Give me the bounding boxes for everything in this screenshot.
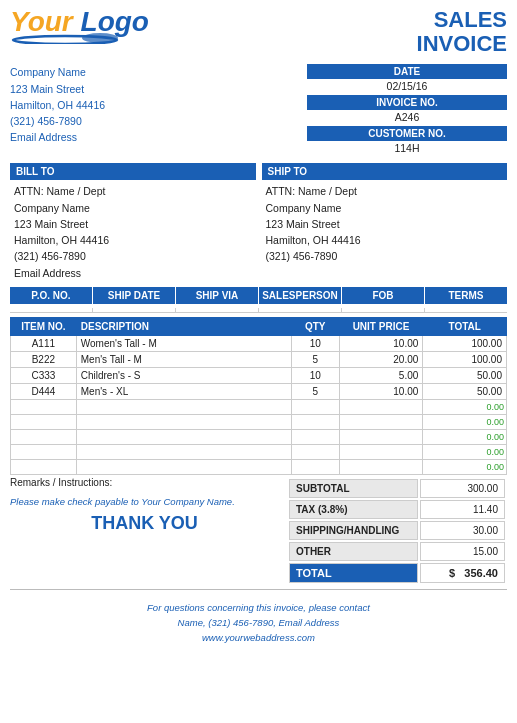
ship-to-line3: 123 Main Street: [266, 216, 508, 232]
invoice-title-line1: SALES: [417, 8, 507, 32]
item-total: 50.00: [423, 383, 507, 399]
totals-table: SUBTOTAL 300.00 TAX (3.8%) 11.40 SHIPPIN…: [287, 477, 507, 585]
empty-item: [11, 459, 77, 474]
bill-to-header: BILL TO: [10, 163, 256, 180]
other-row: OTHER 15.00: [289, 542, 505, 561]
item-desc: Men's Tall - M: [76, 351, 291, 367]
subtotal-label: SUBTOTAL: [289, 479, 418, 498]
item-qty: 5: [291, 383, 339, 399]
item-no: B222: [11, 351, 77, 367]
tax-label: TAX (3.8%): [289, 500, 418, 519]
item-total: 100.00: [423, 351, 507, 367]
customer-no-meta: CUSTOMER NO. 114H: [307, 126, 507, 155]
ship-via-header: SHIP VIA: [176, 287, 259, 304]
tax-value: 11.40: [420, 500, 505, 519]
subtotal-row: SUBTOTAL 300.00: [289, 479, 505, 498]
empty-item: [11, 444, 77, 459]
empty-qty: [291, 459, 339, 474]
sender-phone: (321) 456-7890: [10, 113, 307, 129]
bill-to-line2: Company Name: [14, 200, 256, 216]
empty-row: 0.00: [11, 414, 507, 429]
total-value: $ 356.40: [420, 563, 505, 583]
invoice-title: SALES INVOICE: [417, 8, 507, 56]
total-currency: $: [449, 567, 455, 579]
top-section: Company Name 123 Main Street Hamilton, O…: [10, 64, 507, 157]
date-label: DATE: [307, 64, 507, 79]
check-payable: Please make check payable to Your Compan…: [10, 496, 279, 507]
item-desc: Men's - XL: [76, 383, 291, 399]
empty-qty: [291, 444, 339, 459]
empty-item: [11, 399, 77, 414]
empty-row: 0.00: [11, 459, 507, 474]
total-label: TOTAL: [289, 563, 418, 583]
item-total: 50.00: [423, 367, 507, 383]
tax-row: TAX (3.8%) 11.40: [289, 500, 505, 519]
fob-val: [342, 308, 425, 312]
invoice-title-line2: INVOICE: [417, 32, 507, 56]
other-value: 15.00: [420, 542, 505, 561]
thank-you: THANK YOU: [10, 513, 279, 534]
bottom-left: Remarks / Instructions: Please make chec…: [10, 477, 287, 585]
empty-qty: [291, 399, 339, 414]
empty-row: 0.00: [11, 429, 507, 444]
invoice-header: Your Logo SALES INVOICE: [10, 8, 507, 56]
item-total: 100.00: [423, 335, 507, 351]
ship-via-val: [176, 308, 259, 312]
items-header-row: ITEM NO. DESCRIPTION QTY UNIT PRICE TOTA…: [11, 317, 507, 335]
po-no-val: [10, 308, 93, 312]
item-unit-price: 10.00: [339, 335, 423, 351]
bottom-section: Remarks / Instructions: Please make chec…: [10, 477, 507, 585]
empty-desc: [76, 444, 291, 459]
empty-unit: [339, 429, 423, 444]
ship-to-header: SHIP TO: [262, 163, 508, 180]
empty-row: 0.00: [11, 444, 507, 459]
ship-date-val: [93, 308, 176, 312]
sender-company: Company Name: [10, 64, 307, 80]
invoice-no-meta: INVOICE NO. A246: [307, 95, 507, 124]
ship-date-header: SHIP DATE: [93, 287, 176, 304]
sender-city: Hamilton, OH 44416: [10, 97, 307, 113]
item-desc: Women's Tall - M: [76, 335, 291, 351]
empty-total-4: 0.00: [423, 444, 507, 459]
item-qty: 10: [291, 335, 339, 351]
ship-to-block: SHIP TO ATTN: Name / Dept Company Name 1…: [262, 163, 508, 281]
date-meta: DATE 02/15/16: [307, 64, 507, 93]
empty-total-3: 0.00: [423, 429, 507, 444]
item-qty: 5: [291, 351, 339, 367]
po-header-row: P.O. NO. SHIP DATE SHIP VIA SALESPERSON …: [10, 287, 507, 304]
terms-val: [425, 308, 507, 312]
bill-to-block: BILL TO ATTN: Name / Dept Company Name 1…: [10, 163, 256, 281]
remarks-label: Remarks / Instructions:: [10, 477, 279, 488]
unit-price-col-header: UNIT PRICE: [339, 317, 423, 335]
item-qty: 10: [291, 367, 339, 383]
shipping-label: SHIPPING/HANDLING: [289, 521, 418, 540]
svg-point-1: [82, 33, 118, 43]
sender-info: Company Name 123 Main Street Hamilton, O…: [10, 64, 307, 157]
description-col-header: DESCRIPTION: [76, 317, 291, 335]
footer-line1: For questions concerning this invoice, p…: [10, 600, 507, 615]
item-desc: Children's - S: [76, 367, 291, 383]
invoice-no-label: INVOICE NO.: [307, 95, 507, 110]
po-no-header: P.O. NO.: [10, 287, 93, 304]
items-table: ITEM NO. DESCRIPTION QTY UNIT PRICE TOTA…: [10, 317, 507, 475]
empty-desc: [76, 429, 291, 444]
empty-unit: [339, 444, 423, 459]
empty-unit: [339, 459, 423, 474]
item-no-col-header: ITEM NO.: [11, 317, 77, 335]
qty-col-header: QTY: [291, 317, 339, 335]
fob-header: FOB: [342, 287, 425, 304]
bill-to-content: ATTN: Name / Dept Company Name 123 Main …: [10, 183, 256, 281]
bill-to-line4: Hamilton, OH 44416: [14, 232, 256, 248]
item-no: D444: [11, 383, 77, 399]
empty-desc: [76, 459, 291, 474]
customer-no-value: 114H: [307, 141, 507, 155]
empty-qty: [291, 429, 339, 444]
item-unit-price: 20.00: [339, 351, 423, 367]
item-row: B222 Men's Tall - M 5 20.00 100.00: [11, 351, 507, 367]
date-value: 02/15/16: [307, 79, 507, 93]
bill-ship-section: BILL TO ATTN: Name / Dept Company Name 1…: [10, 163, 507, 281]
item-row: D444 Men's - XL 5 10.00 50.00: [11, 383, 507, 399]
empty-item: [11, 414, 77, 429]
logo-swoosh-icon: [10, 32, 120, 44]
total-row: TOTAL $ 356.40: [289, 563, 505, 583]
